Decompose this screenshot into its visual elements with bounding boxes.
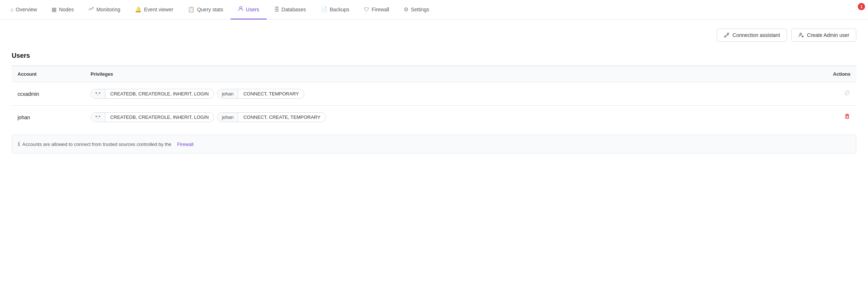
create-admin-icon [798,32,804,38]
create-admin-user-button[interactable]: Create Admin user [791,29,856,42]
monitoring-icon [88,6,94,13]
privilege-scope: johan [217,113,238,122]
privilege-scope: johan [217,89,238,98]
tab-firewall[interactable]: 🛡 Firewall [357,0,396,19]
databases-icon: 🗄 [274,6,279,12]
tab-users-label: Users [246,7,259,12]
connection-assistant-button[interactable]: Connection assistant [717,29,787,42]
main-content: Connection assistant Create Admin user U… [0,20,868,162]
privilege-list: CREATEDB, CREATEROLE, INHERIT, LOGIN [105,113,214,122]
privilege-group: *.*CREATEDB, CREATEROLE, INHERIT, LOGIN [91,112,214,122]
svg-point-2 [727,33,729,34]
tab-databases-label: Databases [282,7,306,12]
table-row: ccxadmin*.*CREATEDB, CREATEROLE, INHERIT… [12,82,856,106]
tab-nodes[interactable]: ▦ Nodes [44,0,81,19]
privilege-list: CONNECT, CREATE, TEMPORARY [238,113,326,122]
svg-point-1 [724,36,726,37]
notification-badge: 1 [858,3,865,10]
privilege-group: johanCONNECT, TEMPORARY [217,89,304,99]
tab-monitoring-label: Monitoring [96,7,120,12]
privileges-cell: *.*CREATEDB, CREATEROLE, INHERIT, LOGINj… [85,82,820,106]
connection-assistant-label: Connection assistant [732,32,780,38]
top-navigation: ⌂ Overview ▦ Nodes Monitoring 🔔 Event vi… [0,0,868,20]
privilege-list: CREATEDB, CREATEROLE, INHERIT, LOGIN [105,89,214,98]
tab-users[interactable]: Users [231,0,267,19]
create-admin-user-label: Create Admin user [807,32,849,38]
firewall-icon: 🛡 [364,6,369,12]
privilege-group: johanCONNECT, CREATE, TEMPORARY [217,112,326,122]
nodes-icon: ▦ [52,6,57,13]
footer-note: ℹ Accounts are allowed to connect from t… [12,135,856,154]
table-row: johan*.*CREATEDB, CREATEROLE, INHERIT, L… [12,106,856,129]
tab-settings-label: Settings [411,7,429,12]
users-section-title: Users [12,52,856,60]
event-viewer-icon: 🔔 [135,6,142,13]
privilege-group: *.*CREATEDB, CREATEROLE, INHERIT, LOGIN [91,89,214,99]
tab-databases[interactable]: 🗄 Databases [267,0,313,19]
settings-icon: ⚙ [404,6,408,13]
users-table: Account Privileges Actions ccxadmin*.*CR… [12,66,856,129]
tab-overview[interactable]: ⌂ Overview [3,0,44,19]
backups-icon: 📄 [321,6,328,13]
column-header-privileges: Privileges [85,66,820,82]
firewall-link[interactable]: Firewall [177,142,194,147]
account-cell: johan [12,106,85,129]
column-header-actions: Actions [820,66,856,82]
svg-line-5 [845,91,849,95]
tab-backups-label: Backups [330,7,350,12]
connection-assistant-icon [724,32,730,38]
users-icon [238,6,244,13]
tab-monitoring[interactable]: Monitoring [81,0,127,19]
tab-event-viewer-label: Event viewer [144,7,173,12]
privilege-list: CONNECT, TEMPORARY [238,89,304,98]
actions-cell [820,106,856,129]
footer-note-text: Accounts are allowed to connect from tru… [22,142,171,147]
svg-rect-6 [846,116,849,118]
query-stats-icon: 📋 [188,6,195,13]
actions-cell [820,82,856,106]
overview-icon: ⌂ [10,6,14,12]
privilege-scope: *.* [91,89,105,98]
account-cell: ccxadmin [12,82,85,106]
tab-firewall-label: Firewall [372,7,389,12]
tab-event-viewer[interactable]: 🔔 Event viewer [127,0,180,19]
tab-settings[interactable]: ⚙ Settings [396,0,437,19]
svg-point-0 [240,7,242,9]
column-header-account: Account [12,66,85,82]
tab-backups[interactable]: 📄 Backups [313,0,357,19]
tab-nodes-label: Nodes [59,7,73,12]
svg-point-3 [800,33,802,35]
action-buttons-row: Connection assistant Create Admin user [12,29,856,42]
privileges-cell: *.*CREATEDB, CREATEROLE, INHERIT, LOGINj… [85,106,820,129]
privilege-scope: *.* [91,113,105,122]
tab-overview-label: Overview [16,7,37,12]
tab-query-stats[interactable]: 📋 Query stats [180,0,231,19]
delete-user-button[interactable] [844,114,850,121]
delete-user-button-disabled [844,90,850,98]
tab-query-stats-label: Query stats [197,7,223,12]
info-icon: ℹ [18,141,20,147]
